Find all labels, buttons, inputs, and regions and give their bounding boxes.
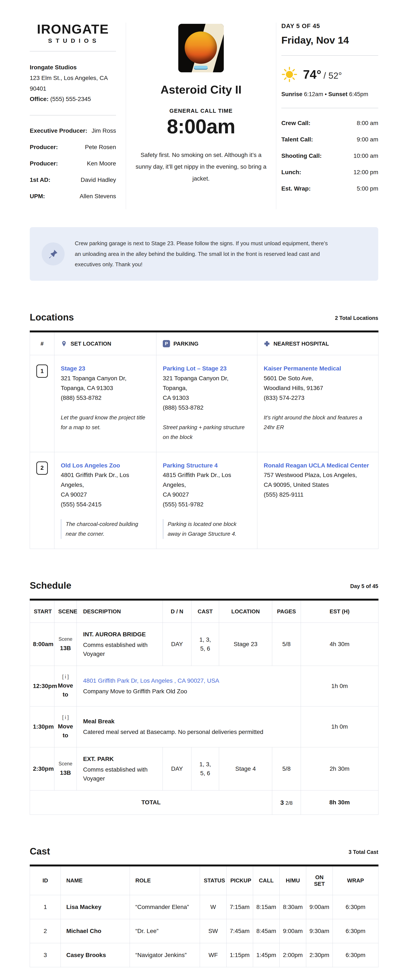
- col-id: ID: [30, 865, 61, 895]
- safety-note: Safety first. No smoking on set. Althoug…: [135, 149, 267, 185]
- col-name: NAME: [61, 865, 130, 895]
- locations-total: 2 Total Locations: [335, 315, 378, 322]
- address-line: 321 Topanga Canyon Dr, Topanga,: [163, 374, 251, 393]
- pin-circle: [42, 242, 65, 266]
- move-to-label: Move to: [57, 681, 73, 699]
- estimated-hours: 1h 0m: [301, 666, 378, 706]
- sunrise-sunset: Sunrise 6:12am • Sunset 6:45pm: [281, 91, 378, 98]
- set-location-link[interactable]: Stage 23: [61, 364, 85, 374]
- header-center-column: Asteroid City II GENERAL CALL TIME 8:00a…: [126, 22, 276, 209]
- parking-cell: Parking Lot – Stage 23 321 Topanga Canyo…: [156, 355, 257, 452]
- location-row: 1 Stage 23 321 Topanga Canyon Dr, Topang…: [30, 355, 378, 452]
- hospital-note: It’s right around the block and features…: [264, 413, 372, 433]
- col-role: ROLE: [130, 865, 200, 895]
- set-location-link[interactable]: Old Los Angeles Zoo: [61, 461, 120, 471]
- scene-cell: Scene 13B: [54, 622, 77, 666]
- shoot-date: Friday, Nov 14: [281, 34, 378, 46]
- col-cast: CAST: [192, 600, 219, 622]
- scene-cell: [ i ] Move to: [54, 706, 77, 747]
- credit-value: Pete Rosen: [85, 144, 116, 151]
- credit-value: Allen Stevens: [80, 193, 116, 200]
- col-onset: ON SET: [306, 865, 333, 895]
- call-value: 10:00 am: [353, 153, 378, 159]
- sunset-label: Sunset: [328, 91, 348, 97]
- set-location-cell: Old Los Angeles Zoo 4801 Griffith Park D…: [54, 452, 156, 549]
- address-line: 5601 De Soto Ave,: [264, 374, 372, 383]
- location-number-badge: 1: [37, 364, 48, 378]
- company-name: Irongate Studios: [30, 62, 116, 73]
- call-label: Talent Call:: [281, 136, 313, 143]
- sunrise-time: 6:12am: [304, 91, 323, 97]
- total-pages: 3 2/8: [272, 790, 301, 815]
- cast-role: “Navigator Jenkins”: [130, 943, 200, 967]
- day-night: DAY: [163, 747, 192, 790]
- locations-header-row: # SET LOCATION P PARKING: [30, 332, 378, 355]
- parking-note: Street parking + parking structure on th…: [163, 422, 251, 442]
- scene-heading: INT. AURORA BRIDGE: [83, 630, 156, 639]
- hospital-link[interactable]: Kaiser Permanente Medical: [264, 364, 341, 374]
- address-line: CA 90027: [61, 490, 150, 500]
- call-time-row: Lunch: 12:00 pm: [281, 169, 378, 176]
- parking-link[interactable]: Parking Lot – Stage 23: [163, 364, 227, 374]
- phone: (888) 553-8782: [61, 393, 150, 403]
- col-start: START: [30, 600, 54, 622]
- parking-notice-text: Crew parking garage is next to Stage 23.…: [75, 238, 332, 270]
- general-call-time-label: GENERAL CALL TIME: [132, 108, 270, 114]
- company-office: Office: (555) 555-2345: [30, 94, 116, 104]
- scene-description: Comms established with Voyager: [83, 641, 156, 659]
- header: IRONGATE STUDIOS Irongate Studios 123 El…: [30, 0, 378, 209]
- cast-title: Cast: [30, 846, 50, 856]
- cast-row: 3 Casey Brooks “Navigator Jenkins” WF 1:…: [30, 943, 378, 967]
- address-line: 757 Westwood Plaza, Los Angeles,: [264, 470, 372, 480]
- cast-header-row: ID NAME ROLE STATUS PICKUP CALL H/MU ON …: [30, 865, 378, 895]
- call-label: Shooting Call:: [281, 153, 322, 159]
- general-call-time: 8:00am: [132, 116, 270, 137]
- call-sheet-page: IRONGATE STUDIOS Irongate Studios 123 El…: [0, 0, 408, 980]
- cast-status: W: [200, 895, 227, 919]
- call-time-row: Shooting Call: 10:00 am: [281, 153, 378, 159]
- schedule-move-link[interactable]: 4801 Griffith Park Dr, Los Angeles , CA …: [83, 676, 219, 685]
- call-value: 8:00 am: [357, 120, 378, 127]
- cast-name: Michael Cho: [61, 919, 130, 943]
- credit-value: Ken Moore: [87, 160, 116, 167]
- scene-cell: [ i ] Move to: [54, 666, 77, 706]
- cast-role: “Commander Elena”: [130, 895, 200, 919]
- hospital-link[interactable]: Ronald Reagan UCLA Medical Center: [264, 461, 369, 471]
- day-counter: DAY 5 OF 45: [281, 22, 378, 30]
- set-location-cell: Stage 23 321 Topanga Canyon Dr, Topanga,…: [54, 355, 156, 452]
- credit-label: UPM:: [30, 193, 45, 200]
- start-time: 1:30pm: [30, 706, 54, 747]
- hospital-cross-icon: [264, 340, 270, 347]
- schedule-title: Schedule: [30, 581, 71, 590]
- cast-call: 8:45am: [253, 919, 279, 943]
- phone: (833) 574-2273: [264, 393, 372, 403]
- temp-low: / 52°: [324, 71, 342, 81]
- phone: (555) 554-2415: [61, 500, 150, 509]
- temp-high: 74°: [303, 67, 321, 81]
- cast-id: 3: [30, 943, 61, 967]
- parking-link[interactable]: Parking Structure 4: [163, 461, 217, 471]
- hospital-cell: Kaiser Permanente Medical 5601 De Soto A…: [257, 355, 378, 452]
- col-set-location: SET LOCATION: [54, 332, 156, 355]
- call-time-row: Talent Call: 9:00 am: [281, 136, 378, 143]
- office-phone: (555) 555-2345: [50, 96, 91, 102]
- col-est: EST (H): [301, 600, 378, 622]
- sun-icon: [281, 66, 297, 83]
- col-wrap: WRAP: [333, 865, 378, 895]
- schedule-section-header: Schedule Day 5 of 45: [30, 581, 378, 590]
- credit-label: Producer:: [30, 160, 58, 167]
- address-line: 321 Topanga Canyon Dr,: [61, 374, 150, 383]
- address-line: 4815 Griffith Park Dr., Los Angeles,: [163, 470, 251, 490]
- start-time: 12:30pm: [30, 666, 54, 706]
- col-description: DESCRIPTION: [77, 600, 163, 622]
- credit-row: 1st AD: David Hadley: [30, 177, 116, 183]
- col-hospital: NEAREST HOSPITAL: [257, 332, 378, 355]
- movie-poster: [178, 24, 224, 72]
- irongate-logo: IRONGATE STUDIOS: [30, 22, 116, 44]
- cast-status: SW: [200, 919, 227, 943]
- credit-value: David Hadley: [81, 177, 116, 183]
- cast-onset: 9:00am: [306, 895, 333, 919]
- call-time-row: Est. Wrap: 5:00 pm: [281, 185, 378, 192]
- parking-icon: P: [163, 340, 170, 347]
- location: Stage 23: [219, 622, 272, 666]
